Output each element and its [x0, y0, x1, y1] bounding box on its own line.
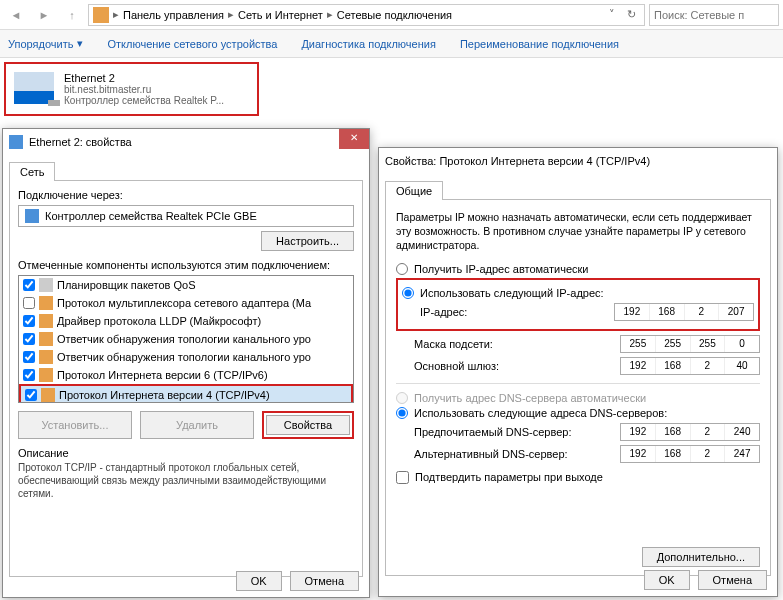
component-icon — [39, 314, 53, 328]
address-bar: ◄ ► ↑ ▸Панель управления ▸Сеть и Интерне… — [0, 0, 783, 30]
toolbar: Упорядочить ▾ Отключение сетевого устрой… — [0, 30, 783, 58]
component-checkbox[interactable] — [23, 351, 35, 363]
advanced-button[interactable]: Дополнительно... — [642, 547, 760, 567]
component-icon — [39, 350, 53, 364]
component-label: Протокол Интернета версии 6 (TCP/IPv6) — [57, 369, 268, 381]
cancel-button[interactable]: Отмена — [698, 570, 767, 590]
component-row[interactable]: Протокол Интернета версии 6 (TCP/IPv6) — [19, 366, 353, 384]
description-text: Протокол TCP/IP - стандартный протокол г… — [18, 461, 354, 500]
dialog-title: Свойства: Протокол Интернета версии 4 (T… — [385, 155, 650, 167]
cancel-button[interactable]: Отмена — [290, 571, 359, 591]
adapter-icon — [25, 209, 39, 223]
component-row[interactable]: Ответчик обнаружения топологии канальног… — [19, 348, 353, 366]
component-icon — [39, 296, 53, 310]
dns1-input[interactable]: 1921682240 — [620, 423, 760, 441]
gateway-input[interactable]: 192168240 — [620, 357, 760, 375]
components-label: Отмеченные компоненты используются этим … — [18, 259, 354, 271]
component-checkbox[interactable] — [23, 279, 35, 291]
back-button[interactable]: ◄ — [4, 3, 28, 27]
network-icon — [9, 135, 23, 149]
ip-description: Параметры IP можно назначать автоматичес… — [396, 210, 760, 253]
dns2-input[interactable]: 1921682247 — [620, 445, 760, 463]
use-dns-radio[interactable] — [396, 407, 408, 419]
disable-device[interactable]: Отключение сетевого устройства — [107, 38, 277, 50]
component-checkbox[interactable] — [23, 369, 35, 381]
breadcrumb-part[interactable]: Сеть и Интернет — [238, 9, 323, 21]
component-row[interactable]: Планировщик пакетов QoS — [19, 276, 353, 294]
component-row[interactable]: Драйвер протокола LLDP (Майкрософт) — [19, 312, 353, 330]
up-button[interactable]: ↑ — [60, 3, 84, 27]
search-input[interactable] — [649, 4, 779, 26]
remove-button[interactable]: Удалить — [140, 411, 254, 439]
dialog-titlebar[interactable]: Ethernet 2: свойства ✕ — [3, 129, 369, 155]
component-label: Драйвер протокола LLDP (Майкрософт) — [57, 315, 261, 327]
ip-address-input[interactable]: 1921682207 — [614, 303, 754, 321]
use-ip-radio[interactable] — [402, 287, 414, 299]
ethernet-properties-dialog: Ethernet 2: свойства ✕ Сеть Подключение … — [2, 128, 370, 598]
diagnose[interactable]: Диагностика подключения — [301, 38, 435, 50]
tab-general[interactable]: Общие — [385, 181, 443, 200]
breadcrumb-part[interactable]: Панель управления — [123, 9, 224, 21]
auto-dns-radio[interactable] — [396, 392, 408, 404]
organize-menu[interactable]: Упорядочить ▾ — [8, 37, 83, 50]
subnet-mask-input[interactable]: 2552552550 — [620, 335, 760, 353]
description-label: Описание — [18, 447, 354, 459]
close-icon[interactable]: ✕ — [339, 129, 369, 149]
ok-button[interactable]: OK — [644, 570, 690, 590]
breadcrumb-part[interactable]: Сетевые подключения — [337, 9, 452, 21]
tab-network[interactable]: Сеть — [9, 162, 55, 181]
breadcrumb[interactable]: ▸Панель управления ▸Сеть и Интернет ▸Сет… — [88, 4, 645, 26]
connection-domain: bit.nest.bitmaster.ru — [64, 84, 224, 95]
component-icon — [39, 278, 53, 292]
refresh-icon[interactable]: ↻ — [623, 8, 640, 21]
install-button[interactable]: Установить... — [18, 411, 132, 439]
component-icon — [39, 368, 53, 382]
component-label: Протокол Интернета версии 4 (TCP/IPv4) — [59, 389, 270, 401]
component-row[interactable]: Протокол мультиплексора сетевого адаптер… — [19, 294, 353, 312]
components-list[interactable]: Планировщик пакетов QoSПротокол мультипл… — [18, 275, 354, 403]
ethernet-icon — [14, 72, 54, 104]
breadcrumb-dropdown-icon[interactable]: ˅ — [605, 8, 619, 21]
component-label: Ответчик обнаружения топологии канальног… — [57, 351, 311, 363]
component-checkbox[interactable] — [25, 389, 37, 401]
configure-button[interactable]: Настроить... — [261, 231, 354, 251]
tcpip-properties-dialog: Свойства: Протокол Интернета версии 4 (T… — [378, 147, 778, 597]
component-checkbox[interactable] — [23, 315, 35, 327]
component-label: Ответчик обнаружения топологии канальног… — [57, 333, 311, 345]
component-icon — [39, 332, 53, 346]
component-icon — [41, 388, 55, 402]
component-label: Протокол мультиплексора сетевого адаптер… — [57, 297, 311, 309]
component-row[interactable]: Протокол Интернета версии 4 (TCP/IPv4) — [21, 386, 351, 403]
dialog-title: Ethernet 2: свойства — [29, 136, 132, 148]
validate-checkbox[interactable] — [396, 471, 409, 484]
auto-ip-radio[interactable] — [396, 263, 408, 275]
dialog-titlebar[interactable]: Свойства: Протокол Интернета версии 4 (T… — [379, 148, 777, 174]
connection-adapter: Контроллер семейства Realtek P... — [64, 95, 224, 106]
forward-button[interactable]: ► — [32, 3, 56, 27]
connect-via-label: Подключение через: — [18, 189, 354, 201]
control-panel-icon — [93, 7, 109, 23]
component-checkbox[interactable] — [23, 297, 35, 309]
rename[interactable]: Переименование подключения — [460, 38, 619, 50]
ok-button[interactable]: OK — [236, 571, 282, 591]
component-label: Планировщик пакетов QoS — [57, 279, 196, 291]
properties-button[interactable]: Свойства — [266, 415, 350, 435]
connection-name: Ethernet 2 — [64, 72, 224, 84]
component-row[interactable]: Ответчик обнаружения топологии канальног… — [19, 330, 353, 348]
connection-item[interactable]: Ethernet 2 bit.nest.bitmaster.ru Контрол… — [4, 62, 259, 116]
component-checkbox[interactable] — [23, 333, 35, 345]
device-field: Контроллер семейства Realtek PCIe GBE — [18, 205, 354, 227]
